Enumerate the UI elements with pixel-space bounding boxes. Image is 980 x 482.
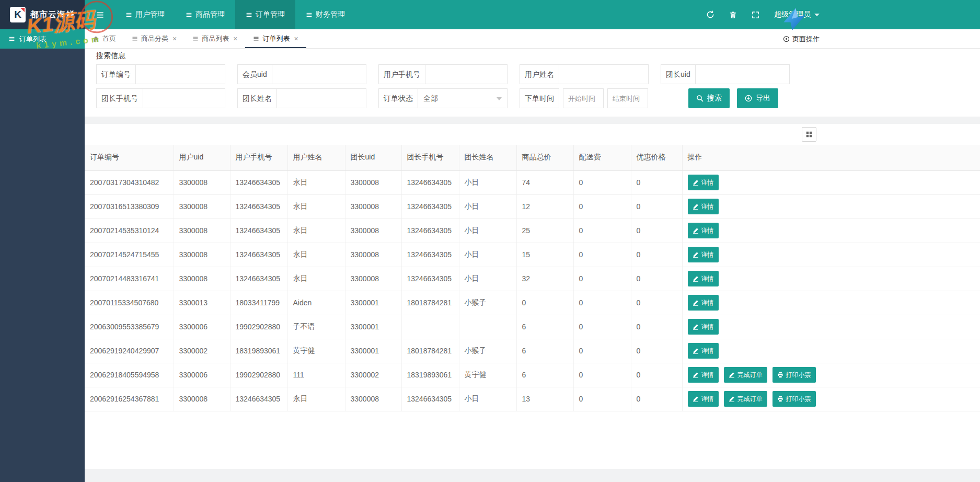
user-phone-label: 用户手机号: [378, 64, 425, 84]
user-dropdown[interactable]: 超级管理员: [774, 10, 820, 19]
close-icon[interactable]: ×: [294, 35, 298, 43]
detail-button[interactable]: 详情: [688, 367, 719, 383]
main-content: 搜索信息 订单编号 会员uid 用户手机号 用户姓名 团长uid: [85, 49, 980, 482]
order-status-select[interactable]: 全部: [418, 88, 508, 108]
cell-user-name: 永日: [287, 170, 345, 194]
menu-item-finance[interactable]: 财务管理: [295, 0, 355, 29]
menu-item-goods[interactable]: 商品管理: [175, 0, 235, 29]
cell-order-no: 20070214535310124: [85, 219, 174, 243]
user-name-input[interactable]: [559, 64, 649, 84]
print-button[interactable]: 打印小票: [773, 367, 816, 383]
search-panel-title: 搜索信息: [96, 51, 969, 60]
collapse-menu-icon[interactable]: [85, 0, 115, 29]
search-form-row-2: 团长手机号 团长姓名 订单状态 全部 下单时间 搜索: [96, 88, 969, 108]
start-time-input[interactable]: [563, 88, 604, 108]
table-row: 20062916254367881330000813246634305永日330…: [85, 387, 980, 411]
tab-goods-category[interactable]: 商品分类 ×: [124, 29, 185, 48]
chevron-down-icon: [497, 97, 502, 100]
detail-button[interactable]: 详情: [688, 343, 719, 359]
tab-order-list[interactable]: 订单列表 ×: [245, 29, 306, 48]
cell-leader-uid: 3300001: [345, 339, 401, 363]
detail-button[interactable]: 详情: [688, 247, 719, 262]
leader-name-field-group: 团长姓名: [237, 88, 366, 108]
cell-leader-uid: 3300008: [345, 267, 401, 291]
cell-discount-price: 0: [631, 267, 682, 291]
complete-button[interactable]: 完成订单: [724, 391, 767, 407]
close-icon[interactable]: ×: [233, 35, 237, 43]
cell-user-name: 子不语: [287, 315, 345, 339]
tab-label: 商品分类: [141, 34, 168, 43]
cell-user-name: 永日: [287, 243, 345, 267]
top-navbar: K 都市云海鲜 用户管理 商品管理 订单管理 财务管理: [0, 0, 980, 29]
cell-user-phone: 13246634305: [230, 267, 287, 291]
detail-button[interactable]: 详情: [688, 271, 719, 286]
cell-leader-phone: 18319893061: [401, 363, 459, 387]
search-button[interactable]: 搜索: [688, 88, 730, 108]
detail-button[interactable]: 详情: [688, 223, 719, 238]
list-icon: [125, 12, 132, 18]
trash-icon[interactable]: [729, 11, 737, 19]
menu-item-label: 订单管理: [256, 10, 285, 19]
export-button[interactable]: 导出: [737, 88, 778, 108]
leader-uid-field-group: 团长uid: [661, 64, 790, 84]
leader-uid-input[interactable]: [695, 64, 790, 84]
complete-button[interactable]: 完成订单: [724, 367, 767, 383]
page-operations-button[interactable]: 页面操作: [783, 29, 820, 49]
cell-order-no: 20062916254367881: [85, 387, 174, 411]
user-name-label: 用户姓名: [520, 64, 559, 84]
member-uid-input[interactable]: [272, 64, 366, 84]
order-no-input[interactable]: [135, 64, 225, 84]
detail-button[interactable]: 详情: [688, 391, 719, 407]
list-icon: [192, 36, 199, 42]
cell-leader-phone: 13246634305: [401, 170, 459, 194]
app-title: 都市云海鲜: [30, 9, 75, 20]
cell-leader-name: 小猴子: [459, 291, 516, 315]
cell-leader-name: 小日: [459, 194, 516, 219]
list-icon: [253, 36, 259, 42]
detail-button[interactable]: 详情: [688, 199, 719, 214]
cell-leader-uid: 3300001: [345, 291, 401, 315]
menu-item-orders[interactable]: 订单管理: [235, 0, 295, 29]
cell-discount-price: 0: [631, 219, 682, 243]
cell-user-name: 永日: [287, 219, 345, 243]
tab-home[interactable]: 首页: [85, 29, 124, 48]
cell-discount-price: 0: [631, 363, 682, 387]
cell-leader-uid: 3300002: [345, 363, 401, 387]
print-button[interactable]: 打印小票: [773, 391, 816, 407]
refresh-icon[interactable]: [706, 10, 714, 19]
cell-user-phone: 13246634305: [230, 387, 287, 411]
user-phone-input[interactable]: [425, 64, 508, 84]
order-time-label: 下单时间: [520, 88, 559, 108]
cell-order-no: 20070214483316741: [85, 267, 174, 291]
leader-name-input[interactable]: [276, 88, 366, 108]
fullscreen-icon[interactable]: [752, 11, 759, 19]
tab-goods-list[interactable]: 商品列表 ×: [185, 29, 245, 48]
cell-discount-price: 0: [631, 339, 682, 363]
leader-phone-field-group: 团长手机号: [96, 88, 225, 108]
sidebar: 订单列表: [0, 29, 85, 482]
detail-button[interactable]: 详情: [688, 295, 719, 311]
cell-user-phone: 13246634305: [230, 194, 287, 219]
leader-phone-input[interactable]: [143, 88, 225, 108]
navbar-right: 超级管理员: [706, 0, 820, 29]
cell-actions: 详情: [682, 219, 980, 243]
detail-button[interactable]: 详情: [688, 175, 719, 190]
detail-button[interactable]: 详情: [688, 319, 719, 335]
cell-order-no: 20062918405594958: [85, 363, 174, 387]
cell-actions: 详情: [682, 194, 980, 219]
cell-goods-total: 25: [516, 219, 573, 243]
column-header: 配送费: [573, 145, 631, 170]
cell-discount-price: 0: [631, 170, 682, 194]
search-button-label: 搜索: [707, 94, 722, 103]
column-header: 优惠价格: [631, 145, 682, 170]
order-no-field-group: 订单编号: [96, 64, 225, 84]
chevron-down-icon: [814, 14, 820, 16]
cell-user-uid: 3300006: [174, 315, 230, 339]
close-icon[interactable]: ×: [172, 35, 177, 43]
end-time-input[interactable]: [607, 88, 648, 108]
cell-leader-uid: 3300001: [345, 315, 401, 339]
sidebar-item-order-list[interactable]: 订单列表: [0, 29, 85, 49]
cell-user-name: 111: [287, 363, 345, 387]
menu-item-users[interactable]: 用户管理: [115, 0, 175, 29]
column-filter-icon[interactable]: [802, 127, 816, 142]
